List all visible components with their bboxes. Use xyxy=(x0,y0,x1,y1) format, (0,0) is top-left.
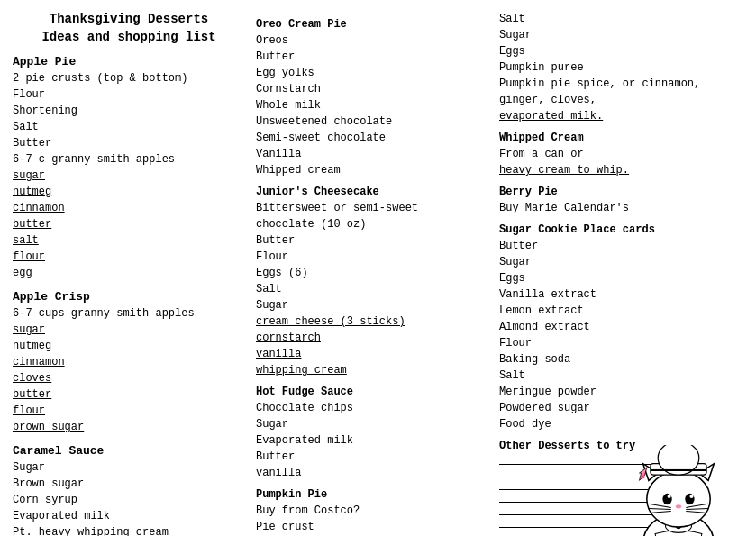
list-item: whipping cream xyxy=(256,362,488,378)
list-item: Lemon extract xyxy=(499,303,732,319)
list-item: Butter xyxy=(256,49,488,65)
list-item: Pt. heavy whipping cream xyxy=(13,524,245,536)
list-item: Butter xyxy=(13,135,245,151)
list-item: Eggs xyxy=(499,43,732,59)
list-item: Oreos xyxy=(256,32,488,49)
list-item: Salt xyxy=(13,119,245,135)
list-item: Whipped cream xyxy=(256,162,488,178)
list-item: flour xyxy=(13,249,245,265)
list-item: Chocolate chips xyxy=(256,400,488,416)
list-item: butter xyxy=(13,386,245,403)
list-item: Brown sugar xyxy=(13,476,245,492)
list-item: nutmeg xyxy=(13,338,245,354)
page-layout: Thanksgiving Desserts Ideas and shopping… xyxy=(7,7,756,536)
apple-crisp-title: Apple Crisp xyxy=(13,290,245,304)
apple-pie-title: Apple Pie xyxy=(13,55,245,68)
svg-point-3 xyxy=(647,471,710,527)
berry-pie-title: Berry Pie xyxy=(499,186,732,198)
list-item: Sugar xyxy=(256,416,488,432)
list-item: vanilla xyxy=(256,465,488,481)
list-item: Evaporated milk xyxy=(13,508,245,524)
oreo-pie-title: Oreo Cream Pie xyxy=(256,18,488,31)
list-item: nutmeg xyxy=(13,184,245,200)
svg-rect-8 xyxy=(651,469,706,471)
list-item: Flour xyxy=(256,249,488,265)
list-item: Food dye xyxy=(499,416,732,432)
list-item: Whole milk xyxy=(256,97,488,114)
list-item: Sugar xyxy=(499,254,732,270)
list-item: Flour xyxy=(499,335,732,351)
svg-point-12 xyxy=(689,495,693,498)
list-item: ginger, cloves, xyxy=(499,92,732,108)
list-item: heavy cream to whip. xyxy=(499,162,732,178)
list-item: sugar xyxy=(13,168,245,184)
list-item: flour xyxy=(13,403,245,419)
list-item: butter xyxy=(13,216,245,232)
list-item: salt xyxy=(13,232,245,249)
list-item: Vanilla xyxy=(256,146,488,162)
column-2: Oreo Cream Pie Oreos Butter Egg yolks Co… xyxy=(250,7,494,536)
list-item: Powdered sugar xyxy=(499,400,732,416)
hello-kitty-image xyxy=(620,445,737,536)
list-item: Vanilla extract xyxy=(499,286,732,303)
list-item: Sugar xyxy=(256,297,488,313)
list-item: Pumpkin puree xyxy=(499,59,732,76)
list-item: sugar xyxy=(13,322,245,338)
list-item: 2 pie crusts (top & bottom) xyxy=(13,70,245,86)
svg-point-13 xyxy=(642,475,645,478)
list-item: vanilla xyxy=(256,346,488,362)
list-item: Flour xyxy=(13,86,245,103)
cheesecake-title: Junior's Cheesecake xyxy=(256,186,488,198)
list-item: cloves xyxy=(13,370,245,386)
hello-kitty-svg xyxy=(620,445,737,536)
list-item: Bittersweet or semi-sweet xyxy=(256,200,488,216)
sugar-cookie-title: Sugar Cookie Place cards xyxy=(499,223,732,236)
caramel-sauce-title: Caramel Sauce xyxy=(13,444,245,458)
list-item: Meringue powder xyxy=(499,384,732,400)
list-item: cinnamon xyxy=(13,200,245,216)
list-item: Sugar xyxy=(13,459,245,476)
list-item: Salt xyxy=(499,368,732,384)
pumpkin-pie-title: Pumpkin Pie xyxy=(256,488,488,501)
list-item: egg xyxy=(13,265,245,281)
list-item: Shortening xyxy=(13,103,245,119)
column-1: Thanksgiving Desserts Ideas and shopping… xyxy=(7,7,250,536)
list-item: brown sugar xyxy=(13,419,245,435)
list-item: cream cheese (3 sticks) xyxy=(256,313,488,330)
list-item: evaporated milk. xyxy=(499,108,732,124)
whipped-cream-title: Whipped Cream xyxy=(499,132,732,144)
list-item-underline: heavy cream to whip. xyxy=(499,164,629,177)
list-item: Butter xyxy=(256,449,488,465)
list-item: Corn syrup xyxy=(13,492,245,508)
hot-fudge-title: Hot Fudge Sauce xyxy=(256,386,488,398)
list-item: Cornstarch xyxy=(256,81,488,97)
svg-point-14 xyxy=(676,504,681,508)
list-item: Butter xyxy=(499,238,732,254)
list-item: Buy Marie Calendar's xyxy=(499,200,732,216)
list-item: chocolate (10 oz) xyxy=(256,216,488,232)
column-3: Salt Sugar Eggs Pumpkin puree Pumpkin pi… xyxy=(494,7,737,536)
list-item: 6-7 cups granny smith apples xyxy=(13,305,245,322)
list-item: Semi-sweet chocolate xyxy=(256,130,488,146)
list-item: Buy from Costco? xyxy=(256,503,488,519)
list-item: Pumpkin pie spice, or cinnamon, xyxy=(499,76,732,92)
list-item: Baking soda xyxy=(499,351,732,368)
list-item: cornstarch xyxy=(256,330,488,346)
list-item: Egg yolks xyxy=(256,65,488,81)
list-item: Pie crust xyxy=(256,519,488,535)
list-item: cinnamon xyxy=(13,354,245,370)
list-item: Evaporated milk xyxy=(256,432,488,449)
list-item: Salt xyxy=(256,281,488,297)
list-item: From a can or xyxy=(499,146,732,162)
svg-point-11 xyxy=(668,495,671,498)
list-item: Eggs xyxy=(499,270,732,286)
list-item: 6-7 c granny smith apples xyxy=(13,151,245,168)
list-item: Almond extract xyxy=(499,319,732,335)
list-item: Salt xyxy=(499,11,732,27)
list-item: Butter xyxy=(256,232,488,249)
list-item: Eggs (6) xyxy=(256,265,488,281)
main-title: Thanksgiving Desserts Ideas and shopping… xyxy=(13,11,245,46)
list-item: Unsweetened chocolate xyxy=(256,114,488,130)
list-item: Sugar xyxy=(499,27,732,43)
